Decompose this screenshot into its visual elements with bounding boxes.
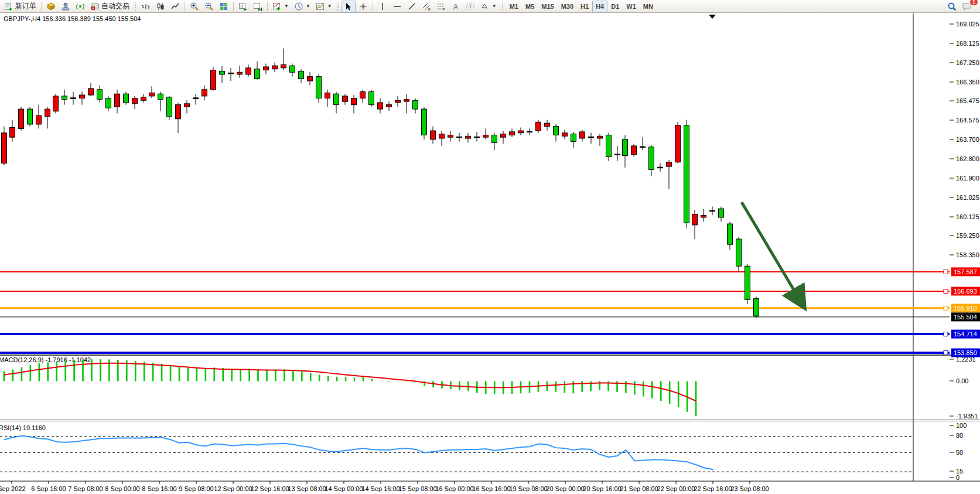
templates-button[interactable]: ▼ [313,1,334,12]
timeframe-button-m15[interactable]: M15 [538,1,557,12]
text-label-tool[interactable]: T [463,1,477,12]
candle-body [211,70,216,90]
tile-windows-icon [219,2,228,11]
price-chart-svg[interactable]: 169.025168.125167.250166.350165.475164.5… [0,13,980,494]
shapes-icon [480,2,490,11]
candle-body [580,132,585,138]
candle-body [615,154,620,155]
crosshair-tool-button[interactable] [356,1,370,12]
candle-body [562,133,568,137]
vertical-line-icon [378,2,387,11]
candle-body [439,134,445,138]
candle-body [167,97,172,117]
market-watch-button[interactable] [59,1,73,12]
price-line-handle[interactable] [944,332,948,336]
candle-body [571,134,576,142]
candle-body [158,94,163,99]
auto-scroll-button[interactable] [236,1,250,12]
timeframe-button-mn[interactable]: MN [640,1,657,12]
candle-body [369,92,374,105]
svg-text:A: A [453,2,458,11]
price-line-handle[interactable] [944,351,948,355]
candle-body [316,77,322,98]
price-line-handle[interactable] [944,306,948,310]
signal-icon [76,2,85,11]
price-label-text: 156.693 [954,288,977,295]
candle-body [545,123,550,127]
candle-body [413,100,418,109]
candle-body [185,104,190,107]
bar-chart-mode-button[interactable] [139,1,153,12]
horizontal-line-icon [392,2,402,11]
line-chart-mode-button[interactable] [168,1,182,12]
svg-text:168.125: 168.125 [956,40,979,47]
timeframe-button-m1[interactable]: M1 [506,1,522,12]
candle-body [334,94,339,104]
chart-area[interactable]: 169.025168.125167.250166.350165.475164.5… [0,13,980,494]
timeframe-button-m30[interactable]: M30 [558,1,577,12]
cursor-tool-button[interactable] [342,1,356,12]
candlestick-mode-button[interactable] [153,1,168,12]
time-axis-label: 15 Sep 08:00 [398,485,436,492]
new-order-button[interactable]: 新订单 [2,1,39,12]
crosshair-icon [358,2,368,11]
fibonacci-icon: F [436,2,446,11]
symbol-ohlc-label: GBPJPY-,H4 156.336 156.389 155.450 155.5… [4,15,141,22]
candle-body [62,96,67,100]
auto-trading-button[interactable]: 自动交易 [88,1,132,12]
candle-body [80,95,85,98]
timeframe-button-d1[interactable]: D1 [607,1,623,12]
zoom-out-icon [204,2,214,11]
fibonacci-tool[interactable]: F [434,1,448,12]
price-line-handle[interactable] [944,270,948,274]
trendline-tool[interactable] [405,1,419,12]
time-axis-label: 12 Sep 00:00 [214,485,252,492]
search-button[interactable] [945,1,959,12]
tile-windows-button[interactable] [217,1,231,12]
zoom-out-button[interactable] [202,1,216,12]
timeframe-button-h4[interactable]: H4 [592,1,607,12]
vertical-line-tool[interactable] [375,1,390,12]
svg-text:-1.9351: -1.9351 [956,413,978,420]
timeframe-button-w1[interactable]: W1 [623,1,640,12]
svg-text:161.025: 161.025 [956,194,979,201]
indicators-button[interactable]: ▼ [270,1,291,12]
zoom-in-button[interactable] [187,1,202,12]
price-line-handle[interactable] [944,289,948,293]
candle-body [431,131,436,139]
candle-body [536,122,541,131]
cursor-icon [344,2,353,11]
equidistant-channel-tool[interactable]: E [419,1,433,12]
candle-body [141,97,146,101]
text-tool[interactable]: A [449,1,463,12]
timeframe-button-h1[interactable]: H1 [577,1,592,12]
timeframe-button-m5[interactable]: M5 [522,1,538,12]
candle-body [308,77,313,81]
svg-text:162.800: 162.800 [956,155,979,162]
candle-body [745,266,750,299]
candle-body [483,135,489,137]
new-order-icon [4,2,13,11]
periods-button[interactable]: ▼ [292,1,313,12]
clock-icon [294,2,303,11]
signals-button[interactable] [73,1,87,12]
candle-body [228,73,234,74]
candle-body [281,64,286,68]
candle-body [448,135,453,137]
chat-button[interactable]: 1 [959,1,975,12]
candle-body [527,131,532,132]
candlestick-icon [156,2,165,11]
chart-shift-button[interactable] [251,1,265,12]
text-label-icon: T [466,2,475,11]
shapes-tool[interactable]: ▼ [478,1,499,12]
candle-body [510,132,515,135]
auto-trading-icon [90,2,100,11]
horizontal-line-tool[interactable] [390,1,404,12]
time-axis-label: 7 Sep 08:00 [68,485,103,492]
price-label-text: 155.504 [954,314,977,321]
favorites-button[interactable] [44,1,58,12]
time-axis-label: Sep 2022 [0,485,26,492]
line-chart-icon [170,2,180,11]
indicators-caret: ▼ [284,4,289,9]
candle-body [667,162,672,166]
